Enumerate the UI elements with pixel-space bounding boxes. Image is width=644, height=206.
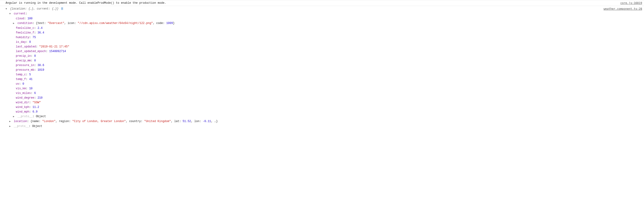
property-key: precip_mm [16,59,31,62]
property-value: 36.4 [38,31,44,34]
tree-node-current[interactable]: ▼ current: [6,12,642,16]
property-key: uv [16,82,19,86]
property-value: 10 [29,87,32,90]
tree-leaf[interactable]: pressure_in: 30.6 [6,63,642,68]
property-key: wind_dir [16,101,29,104]
property-key: __proto__ [14,125,29,128]
tree-node-proto[interactable]: ▶ __proto__: Object [6,124,642,129]
property-key: wind_kph [16,106,29,109]
property-value: 100 [28,17,32,20]
tree-leaf[interactable]: pressure_mb: 1019 [6,68,642,72]
tree-leaf[interactable]: cloud: 100 [6,16,642,21]
property-key: pressure_mb [16,68,34,72]
tree-leaf[interactable]: humidity: 75 [6,35,642,40]
tree-leaf[interactable]: wind_dir: "SSW" [6,100,642,105]
tree-node-location[interactable]: ▶ location: {name: "London", region: "Ci… [6,119,642,124]
property-key: feelslike_f [16,31,34,34]
tree-leaf[interactable]: temp_f: 41 [6,77,642,82]
property-key: last_updated [16,45,36,48]
tree-leaf[interactable]: last_updated_epoch: 1548092714 [6,49,642,54]
tree-leaf[interactable]: vis_km: 10 [6,86,642,91]
tree-leaf[interactable]: is_day: 0 [6,40,642,44]
property-value: Object [32,125,42,128]
disclosure-triangle-down-icon[interactable]: ▼ [9,12,12,16]
property-key: pressure_in [16,64,34,67]
info-icon[interactable]: i [61,7,63,10]
tree-leaf[interactable]: feelslike_f: 36.4 [6,31,642,35]
source-link[interactable]: core.js:16819 [616,1,642,5]
tree-node-proto[interactable]: ▶ __proto__: Object [6,114,642,119]
property-value: 1019 [38,68,44,72]
property-key: vis_miles [16,92,31,95]
tree-leaf[interactable]: wind_kph: 11.2 [6,105,642,110]
property-value: 6.9 [32,110,38,113]
property-value: 210 [38,96,43,100]
property-value: "SSW" [32,101,41,104]
property-value: 11.2 [32,106,39,109]
console-object-row: weather.component.ts:28 ▼ {location: {…}… [0,6,644,129]
property-key: is_day [16,41,26,44]
property-key: wind_degree [16,96,34,100]
property-value: 41 [29,78,32,81]
property-key: temp_c [16,73,26,76]
disclosure-triangle-down-icon[interactable]: ▼ [6,7,8,12]
property-key: cloud [16,17,24,20]
tree-leaf[interactable]: precip_mm: 0 [6,58,642,63]
property-value: "2019-01-21 17:45" [39,45,70,48]
tree-leaf[interactable]: temp_c: 5 [6,72,642,77]
tree-leaf[interactable]: vis_miles: 6 [6,91,642,96]
tree-leaf[interactable]: feelslike_c: 2.4 [6,26,642,31]
property-value: 2.4 [38,27,43,30]
property-key: precip_in [16,54,31,58]
property-value: 0 [34,54,36,58]
console-message-row: Angular is running in the development mo… [0,0,644,6]
summary-key: current [37,7,48,11]
property-key: feelslike_c [16,27,34,30]
tree-leaf[interactable]: uv: 0 [6,82,642,86]
console-message-text: Angular is running in the development mo… [6,1,166,5]
property-key: current [14,12,25,15]
property-value: 75 [32,36,36,39]
summary-value: {…} [28,7,34,11]
tree-leaf[interactable]: precip_in: 0 [6,54,642,58]
property-key: vis_km [16,87,26,90]
summary-key: location [12,7,25,11]
property-key: temp_f [16,78,26,81]
property-value: 6 [34,92,36,95]
tree-leaf[interactable]: last_updated: "2019-01-21 17:45" [6,44,642,49]
property-value: 5 [29,73,31,76]
property-key: last_updated_epoch [16,50,46,53]
summary-value: {…} [52,7,57,11]
brace-close: } [57,7,58,11]
property-value: Object [36,115,46,118]
tree-leaf[interactable]: wind_mph: 6.9 [6,110,642,114]
property-value: 0 [34,59,36,62]
property-value: 30.6 [38,64,44,67]
property-key: humidity [16,36,29,39]
property-key: wind_mph [16,110,29,113]
property-key: condition [18,22,32,25]
object-summary[interactable]: ▼ {location: {…}, current: {…}} i [6,7,642,12]
property-key: __proto__ [18,115,32,118]
disclosure-triangle-right-icon[interactable]: ▶ [13,21,15,26]
property-value: 0 [22,82,24,86]
property-value: 1548092714 [49,50,66,53]
disclosure-triangle-right-icon[interactable]: ▶ [13,114,15,119]
tree-leaf[interactable]: wind_degree: 210 [6,96,642,100]
tree-node-condition[interactable]: ▶ condition: {text: "Overcast", icon: "/… [6,21,642,26]
disclosure-triangle-right-icon[interactable]: ▶ [9,119,12,124]
property-value: 0 [29,41,31,44]
disclosure-triangle-right-icon[interactable]: ▶ [9,124,12,129]
property-key: location [14,120,27,123]
